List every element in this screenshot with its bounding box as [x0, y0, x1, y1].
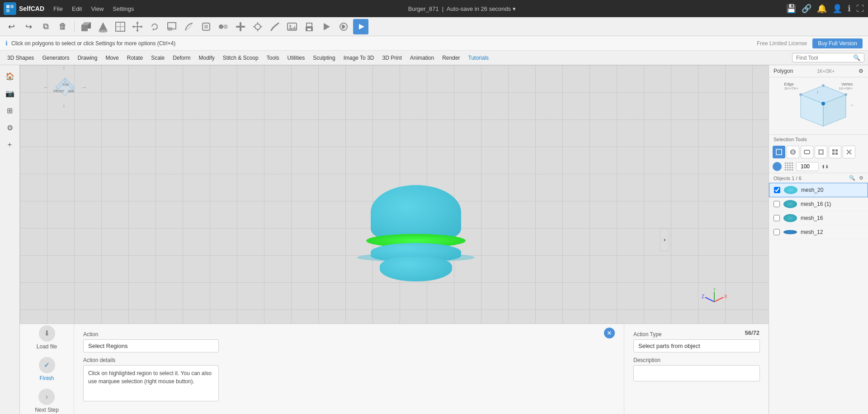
obj-icon-mesh16-1 [783, 200, 797, 208]
move-icon[interactable] [130, 19, 145, 34]
delete-button[interactable]: 🗑 [55, 19, 71, 34]
search-objects-icon[interactable]: 🔍 [849, 175, 855, 181]
obj-checkbox-mesh20[interactable] [774, 187, 780, 193]
viewport[interactable]: TOP FRONT Side ↑ ↓ ← → [20, 65, 769, 414]
menu-edit[interactable]: Edit [68, 4, 85, 14]
step-load-file[interactable]: ⬇ Load file [37, 325, 57, 350]
grid-icon[interactable]: ⊞ [3, 103, 17, 118]
animation-icon[interactable] [319, 19, 334, 34]
menu-render[interactable]: Render [439, 53, 463, 63]
utilities-icon[interactable] [250, 19, 265, 34]
image-to-3d-icon[interactable] [284, 19, 300, 34]
svg-rect-3 [81, 25, 88, 31]
step-load-file-label: Load file [37, 343, 57, 350]
burger-mesh [362, 185, 470, 285]
tutorial-type-column: Action Type Select parts from object Des… [624, 324, 769, 414]
wireframe-mode-icon[interactable] [784, 162, 793, 171]
drawing-icon[interactable] [113, 19, 128, 34]
obj-item-mesh16-1[interactable]: mesh_16 (1) [769, 197, 868, 211]
expand-icon[interactable]: + [3, 138, 17, 152]
menu-scale[interactable]: Scale [147, 53, 168, 63]
action-type-label: Action Type [633, 331, 760, 338]
menu-tutorials[interactable]: Tutorials [465, 53, 493, 63]
3d-cube-selector[interactable]: ↑ → Edge 2K+/7K+ Vertex 1K+/3K+ [783, 81, 855, 131]
nav-cube-svg[interactable]: TOP FRONT Side [47, 69, 83, 105]
svg-point-61 [822, 84, 825, 87]
copy-button[interactable]: ⧉ [38, 19, 53, 34]
panel-toggle-button[interactable]: › [660, 228, 669, 251]
sel-object-tool[interactable] [801, 146, 813, 158]
menu-deform[interactable]: Deform [169, 53, 194, 63]
tools-icon[interactable] [233, 19, 248, 34]
opacity-spinner-up[interactable]: ⬆⬇ [821, 164, 829, 169]
menu-rotate[interactable]: Rotate [123, 53, 146, 63]
polygon-label[interactable]: Polygon [774, 68, 793, 74]
obj-checkbox-mesh12[interactable] [774, 229, 780, 235]
rotate-icon[interactable] [147, 19, 162, 34]
scale-icon[interactable] [164, 19, 179, 34]
solid-mode-icon[interactable] [773, 162, 782, 171]
menu-stitch[interactable]: Stitch & Scoop [219, 53, 262, 63]
settings-sidebar-icon[interactable]: ⚙ [3, 120, 17, 135]
menu-view[interactable]: View [87, 4, 107, 14]
bell-icon[interactable]: 🔔 [817, 4, 827, 14]
sculpting-icon[interactable] [267, 19, 283, 34]
save-icon[interactable]: 💾 [786, 4, 796, 14]
3d-print-icon[interactable] [302, 19, 317, 34]
buy-full-version-button[interactable]: Buy Full Version [812, 38, 863, 48]
sel-none-tool[interactable] [843, 146, 855, 158]
stitch-icon[interactable] [216, 19, 231, 34]
menu-animation[interactable]: Animation [406, 53, 438, 63]
tutorials-icon[interactable] [353, 19, 368, 34]
obj-item-mesh12[interactable]: mesh_12 [769, 225, 868, 239]
3d-shape-icon[interactable] [78, 19, 94, 34]
redo-button[interactable]: ↪ [21, 19, 36, 34]
render-icon[interactable] [336, 19, 351, 34]
menu-generators[interactable]: Generators [38, 53, 73, 63]
obj-item-mesh20[interactable]: mesh_20 [769, 183, 868, 197]
share-icon[interactable]: 🔗 [802, 4, 811, 14]
menu-settings[interactable]: Settings [109, 4, 137, 14]
obj-item-mesh16[interactable]: mesh_16 [769, 211, 868, 225]
modify-icon[interactable] [198, 19, 214, 34]
objects-settings-icon[interactable]: ⚙ [859, 175, 863, 181]
step-next[interactable]: › Next Step [35, 389, 59, 413]
menu-move[interactable]: Move [102, 53, 122, 63]
info-icon[interactable]: ℹ [848, 4, 851, 14]
home-icon[interactable]: 🏠 [3, 69, 17, 83]
opacity-input[interactable] [796, 162, 819, 171]
menu-3d-shapes[interactable]: 3D Shapes [4, 53, 38, 63]
undo-button[interactable]: ↩ [4, 19, 19, 34]
cone-icon[interactable] [95, 19, 111, 34]
menu-image-to-3d[interactable]: Image To 3D [340, 53, 378, 63]
find-tool-search[interactable]: 🔍 [792, 53, 864, 62]
sel-sphere-tool[interactable] [787, 146, 799, 158]
menu-drawing[interactable]: Drawing [74, 53, 101, 63]
app-logo[interactable]: SelfCAD [4, 2, 44, 15]
obj-checkbox-mesh16-1[interactable] [774, 201, 780, 207]
description-label: Description [633, 357, 760, 363]
menu-utilities[interactable]: Utilities [284, 53, 309, 63]
menu-tools[interactable]: Tools [263, 53, 283, 63]
fullscreen-icon[interactable]: ⛶ [856, 4, 864, 14]
tutorial-close-button[interactable]: ✕ [604, 328, 615, 338]
svg-marker-15 [132, 25, 134, 28]
deform-icon[interactable] [181, 19, 197, 34]
step-finish[interactable]: ✓ Finish [39, 357, 55, 381]
menu-modify[interactable]: Modify [195, 53, 218, 63]
menu-file[interactable]: File [50, 4, 66, 14]
tutorial-steps-column: ⬇ Load file ✓ Finish › Next Step [20, 324, 74, 414]
action-label: Action [83, 331, 615, 338]
sel-box-tool[interactable] [773, 146, 785, 158]
svg-rect-62 [776, 149, 782, 155]
sel-all-tool[interactable] [829, 146, 841, 158]
user-icon[interactable]: 👤 [832, 4, 842, 14]
camera-icon[interactable]: 📷 [3, 86, 17, 100]
sel-invert-tool[interactable] [815, 146, 827, 158]
menu-sculpting[interactable]: Sculpting [309, 53, 339, 63]
obj-checkbox-mesh16[interactable] [774, 215, 780, 221]
menu-3d-print[interactable]: 3D Print [378, 53, 405, 63]
gear-icon-panel[interactable]: ⚙ [859, 68, 863, 74]
objects-header: Objects 1 / 6 🔍 ⚙ [769, 173, 868, 183]
find-tool-input[interactable] [796, 55, 850, 61]
